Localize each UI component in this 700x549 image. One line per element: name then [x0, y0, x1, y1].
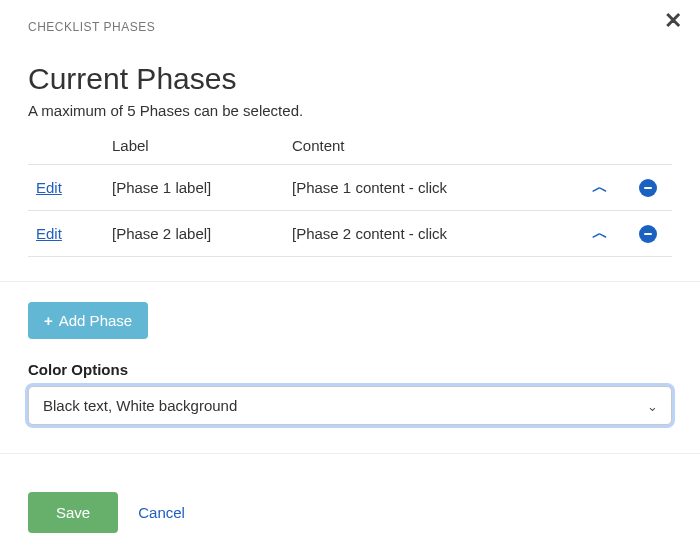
- save-button[interactable]: Save: [28, 492, 118, 533]
- phases-table: Label Content Edit [Phase 1 label] [Phas…: [28, 131, 672, 257]
- column-header-edit: [28, 131, 104, 165]
- phase-content-cell: [Phase 1 content - click: [284, 165, 576, 211]
- chevron-up-icon[interactable]: ︿: [592, 177, 608, 198]
- page-title: Current Phases: [28, 62, 672, 96]
- phase-label-cell: [Phase 1 label]: [104, 165, 284, 211]
- color-options-select-wrap: Black text, White background ⌄: [28, 386, 672, 425]
- section-divider: [0, 281, 700, 282]
- page-subtitle: A maximum of 5 Phases can be selected.: [28, 102, 672, 119]
- table-row: Edit [Phase 2 label] [Phase 2 content - …: [28, 211, 672, 257]
- chevron-up-icon[interactable]: ︿: [592, 223, 608, 244]
- edit-link[interactable]: Edit: [36, 225, 62, 242]
- add-phase-button[interactable]: + Add Phase: [28, 302, 148, 339]
- color-options-select[interactable]: Black text, White background: [28, 386, 672, 425]
- footer-divider: [0, 453, 700, 454]
- checklist-phases-modal: CHECKLIST PHASES ✕ Current Phases A maxi…: [0, 0, 700, 549]
- column-header-label: Label: [104, 131, 284, 165]
- cancel-link[interactable]: Cancel: [138, 504, 185, 521]
- modal-footer: Save Cancel: [28, 470, 672, 533]
- column-header-content: Content: [284, 131, 576, 165]
- close-icon[interactable]: ✕: [664, 10, 682, 32]
- modal-header-label: CHECKLIST PHASES: [28, 20, 672, 34]
- add-phase-label: Add Phase: [59, 312, 132, 329]
- color-options-label: Color Options: [28, 361, 672, 378]
- table-row: Edit [Phase 1 label] [Phase 1 content - …: [28, 165, 672, 211]
- column-header-move: [576, 131, 624, 165]
- edit-link[interactable]: Edit: [36, 179, 62, 196]
- phase-content-cell: [Phase 2 content - click: [284, 211, 576, 257]
- phase-label-cell: [Phase 2 label]: [104, 211, 284, 257]
- minus-circle-icon[interactable]: [639, 179, 657, 197]
- minus-circle-icon[interactable]: [639, 225, 657, 243]
- column-header-remove: [624, 131, 672, 165]
- plus-icon: +: [44, 312, 53, 329]
